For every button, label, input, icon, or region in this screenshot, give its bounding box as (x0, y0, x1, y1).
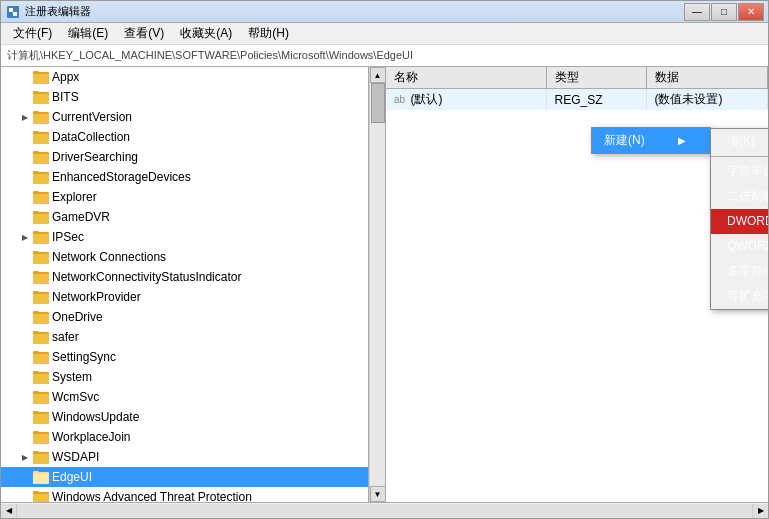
close-button[interactable]: ✕ (738, 3, 764, 21)
folder-icon-networkconnections (33, 250, 49, 264)
tree-item-bits[interactable]: BITS (1, 87, 368, 107)
submenu-dword[interactable]: DWORD (32 位)值(D) (711, 209, 768, 234)
tree-label-enhancedstoragedevices: EnhancedStorageDevices (52, 170, 191, 184)
title-bar: 注册表编辑器 — □ ✕ (1, 1, 768, 23)
tree-item-edgeui[interactable]: EdgeUI (1, 467, 368, 487)
scroll-track-left[interactable] (371, 83, 385, 486)
hscroll-left-arrow[interactable]: ◀ (1, 504, 17, 518)
left-panel-container: Appx BITS ▶ CurrentVersion (1, 67, 386, 502)
col-type: 类型 (546, 67, 646, 89)
expander-gamedvr (17, 209, 33, 225)
tree-item-wcmsvc[interactable]: WcmSvc (1, 387, 368, 407)
address-bar: 计算机\HKEY_LOCAL_MACHINE\SOFTWARE\Policies… (1, 45, 768, 67)
table-row[interactable]: ab (默认) REG_SZ (数值未设置) (386, 89, 768, 111)
minimize-button[interactable]: — (684, 3, 710, 21)
maximize-button[interactable]: □ (711, 3, 737, 21)
tree-label-onedrive: OneDrive (52, 310, 103, 324)
menu-view[interactable]: 查看(V) (116, 23, 172, 44)
cell-name: ab (默认) (386, 89, 546, 111)
ab-icon: ab (394, 94, 405, 105)
tree-item-windowsatp[interactable]: Windows Advanced Threat Protection (1, 487, 368, 502)
submenu-binary[interactable]: 二进制制值(B) (711, 184, 768, 209)
tree-item-driversearching[interactable]: DriverSearching (1, 147, 368, 167)
expander-ipsec: ▶ (17, 229, 33, 245)
tree-label-currentversion: CurrentVersion (52, 110, 132, 124)
tree-item-windowsupdate[interactable]: WindowsUpdate (1, 407, 368, 427)
menu-help[interactable]: 帮助(H) (240, 23, 297, 44)
menu-bar: 文件(F) 编辑(E) 查看(V) 收藏夹(A) 帮助(H) (1, 23, 768, 45)
tree-label-driversearching: DriverSearching (52, 150, 138, 164)
menu-file[interactable]: 文件(F) (5, 23, 60, 44)
context-menu-new[interactable]: 新建(N) ▶ 项(K) 字符串值(S) 二进制制值(B) DWORD (32 … (592, 128, 710, 153)
tree-item-wsdapi[interactable]: ▶ WSDAPI (1, 447, 368, 467)
scroll-up-arrow[interactable]: ▲ (370, 67, 386, 83)
hscrollbar[interactable] (17, 504, 752, 518)
folder-icon-wsdapi (33, 450, 49, 464)
tree-label-wsdapi: WSDAPI (52, 450, 99, 464)
svg-rect-1 (9, 8, 13, 12)
left-vscrollbar[interactable]: ▲ ▼ (369, 67, 385, 502)
regedit-icon (5, 4, 21, 20)
tree-item-ipsec[interactable]: ▶ IPSec (1, 227, 368, 247)
cell-data: (数值未设置) (646, 89, 768, 111)
submenu-string[interactable]: 字符串值(S) (711, 159, 768, 184)
tree-label-wcmsvc: WcmSvc (52, 390, 99, 404)
cell-type: REG_SZ (546, 89, 646, 111)
expander-onedrive (17, 309, 33, 325)
col-data: 数据 (646, 67, 768, 89)
expander-appx (17, 69, 33, 85)
context-menu-main: 新建(N) ▶ 项(K) 字符串值(S) 二进制制值(B) DWORD (32 … (591, 127, 711, 154)
tree-item-system[interactable]: System (1, 367, 368, 387)
svg-rect-2 (13, 12, 17, 16)
tree-item-explorer[interactable]: Explorer (1, 187, 368, 207)
tree-item-datacollection[interactable]: DataCollection (1, 127, 368, 147)
tree-item-onedrive[interactable]: OneDrive (1, 307, 368, 327)
tree-item-networkconnectivitystatusindicator[interactable]: NetworkConnectivityStatusIndicator (1, 267, 368, 287)
hscroll-right-arrow[interactable]: ▶ (752, 504, 768, 518)
expander-wsdapi: ▶ (17, 449, 33, 465)
expander-wcmsvc (17, 389, 33, 405)
scroll-down-arrow[interactable]: ▼ (370, 486, 386, 502)
tree-label-workplacejoin: WorkplaceJoin (52, 430, 130, 444)
tree-label-windowsatp: Windows Advanced Threat Protection (52, 490, 252, 502)
folder-icon-driversearching (33, 150, 49, 164)
tree-label-appx: Appx (52, 70, 79, 84)
tree-item-gamedvr[interactable]: GameDVR (1, 207, 368, 227)
tree-label-bits: BITS (52, 90, 79, 104)
tree-label-networkconnections: Network Connections (52, 250, 166, 264)
expander-windowsatp (17, 489, 33, 502)
folder-icon-safer (33, 330, 49, 344)
tree-item-safer[interactable]: safer (1, 327, 368, 347)
tree-item-networkconnections[interactable]: Network Connections (1, 247, 368, 267)
registry-table: 名称 类型 数据 ab (默认) REG_SZ (数值未设置) (386, 67, 768, 110)
tree-item-currentversion[interactable]: ▶ CurrentVersion (1, 107, 368, 127)
folder-icon-currentversion (33, 110, 49, 124)
right-panel: 名称 类型 数据 ab (默认) REG_SZ (数值未设置) (386, 67, 768, 502)
folder-icon-appx (33, 70, 49, 84)
submenu-qword[interactable]: QWORD (64 位)值(Q) (711, 234, 768, 259)
tree-item-appx[interactable]: Appx (1, 67, 368, 87)
tree-label-ncsi: NetworkConnectivityStatusIndicator (52, 270, 241, 284)
menu-edit[interactable]: 编辑(E) (60, 23, 116, 44)
scroll-thumb-left[interactable] (371, 83, 385, 123)
folder-icon-wcmsvc (33, 390, 49, 404)
tree-item-enhancedstoragedevices[interactable]: EnhancedStorageDevices (1, 167, 368, 187)
tree-label-gamedvr: GameDVR (52, 210, 110, 224)
tree-item-workplacejoin[interactable]: WorkplaceJoin (1, 427, 368, 447)
tree-label-datacollection: DataCollection (52, 130, 130, 144)
menu-favorites[interactable]: 收藏夹(A) (172, 23, 240, 44)
submenu-arrow: ▶ (678, 135, 686, 146)
submenu-multistring[interactable]: 多字符串值(M) (711, 259, 768, 284)
tree-item-settingsync[interactable]: SettingSync (1, 347, 368, 367)
submenu-expandablestring[interactable]: 可扩充字符串值(E) (711, 284, 768, 309)
tree-item-networkprovider[interactable]: NetworkProvider (1, 287, 368, 307)
tree-label-ipsec: IPSec (52, 230, 84, 244)
submenu-key[interactable]: 项(K) (711, 129, 768, 154)
tree-label-system: System (52, 370, 92, 384)
col-name: 名称 (386, 67, 546, 89)
folder-icon-system (33, 370, 49, 384)
title-bar-left: 注册表编辑器 (5, 4, 91, 20)
folder-icon-edgeui (33, 470, 49, 484)
expander-bits (17, 89, 33, 105)
main-content: Appx BITS ▶ CurrentVersion (1, 67, 768, 502)
